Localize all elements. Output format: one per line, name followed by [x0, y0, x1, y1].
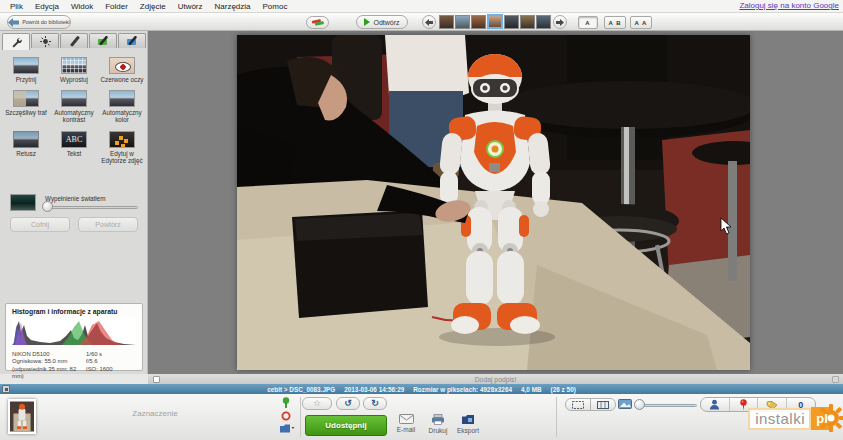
print-action[interactable]: Drukuj: [421, 414, 455, 434]
tab-effects-green[interactable]: [89, 33, 117, 48]
menu-narzedzia[interactable]: Narzędzia: [209, 2, 257, 11]
status-bar-icon[interactable]: [2, 385, 10, 393]
histogram-plot: [12, 318, 136, 345]
redo-button[interactable]: Powtórz: [78, 217, 138, 232]
export-action[interactable]: Eksport: [451, 414, 485, 434]
play-slideshow-button[interactable]: Odtwórz: [356, 15, 408, 29]
auto-contrast-tool-icon: [61, 90, 87, 107]
star-rating-button[interactable]: ☆: [302, 397, 332, 410]
menu-edycja[interactable]: Edycja: [29, 2, 65, 11]
fit-view-button[interactable]: [565, 398, 591, 411]
caption-icon: [153, 376, 160, 383]
menu-pomoc[interactable]: Pomoc: [257, 2, 294, 11]
caption-expand-icon[interactable]: [832, 376, 839, 383]
view-split-ab-button[interactable]: A B: [604, 16, 626, 29]
add-to-album-button[interactable]: [276, 422, 298, 435]
tool-straighten[interactable]: Wyprostuj: [50, 57, 98, 83]
filmstrip-thumb[interactable]: [455, 15, 470, 29]
email-icon: [399, 414, 414, 424]
green-pin-icon: [281, 397, 291, 408]
tool-auto-contrast[interactable]: Automatyczny kontrast: [50, 90, 98, 123]
photo-nao-robot[interactable]: [237, 35, 750, 370]
brush-icon: [69, 36, 80, 47]
tab-lighting[interactable]: [31, 33, 59, 48]
hold-selection-button[interactable]: [278, 396, 294, 409]
zoom-slider-track[interactable]: [640, 404, 697, 407]
image-viewer: [148, 31, 843, 374]
tool-edit-in-editor[interactable]: Edytuj w Edytorze zdjęć: [98, 131, 146, 164]
fill-light-slider-track[interactable]: [46, 206, 138, 209]
back-to-library-button[interactable]: Powrót do biblioteki: [7, 15, 71, 29]
tool-im-feeling-lucky[interactable]: Szczęśliwy traf: [2, 90, 50, 123]
tool-text[interactable]: ABCTekst: [50, 131, 98, 164]
watermark-tld: pl: [811, 407, 833, 430]
red-circle-icon: [281, 411, 291, 421]
next-photo-button[interactable]: [553, 15, 567, 29]
auto-color-tool-icon: [109, 90, 135, 107]
tool-retouch[interactable]: Retusz: [2, 131, 50, 164]
share-button[interactable]: Udostępnij: [305, 415, 387, 436]
person-icon: [709, 399, 720, 410]
view-single-button[interactable]: A: [578, 16, 598, 29]
menu-utworz[interactable]: Utwórz: [172, 2, 209, 11]
focal-length: Ogniskowa: 55.0 mm: [12, 358, 86, 365]
back-arrow-icon: [8, 18, 19, 27]
focal-equivalent-cont: mm): [12, 373, 86, 380]
undo-button[interactable]: Cofnij: [10, 217, 70, 232]
export-folder-icon: [461, 414, 475, 425]
photo-filmstrip: [439, 15, 551, 29]
caption-placeholder: Dodaj podpis!: [475, 376, 517, 383]
caption-bar[interactable]: Dodaj podpis!: [148, 374, 843, 384]
instalki-watermark: instalki pl: [748, 407, 833, 430]
green-brush-icon: [97, 36, 110, 47]
histogram-title: Histogram i informacje z aparatu: [12, 308, 136, 315]
menu-zdjecie[interactable]: Zdjęcie: [134, 2, 172, 11]
tool-auto-color[interactable]: Automatyczny kolor: [98, 90, 146, 123]
watermark-name: instalki: [748, 408, 811, 430]
selection-thumbnail[interactable]: [8, 399, 36, 434]
google-signin-link[interactable]: Zaloguj się na konto Google: [739, 1, 839, 10]
previous-photo-button[interactable]: [422, 15, 436, 29]
status-bar: cebit > DSC_0083.JPG 2013-03-06 14:56:29…: [0, 384, 843, 394]
focal-equivalent: (odpowiednik 35 mm: 82: [12, 366, 86, 373]
filmstrip-thumb[interactable]: [471, 15, 486, 29]
menu-plik[interactable]: Plik: [4, 2, 29, 11]
crayon-icon: [311, 18, 325, 27]
clear-selection-button[interactable]: [278, 409, 294, 422]
straighten-tool-icon: [61, 57, 87, 74]
menu-folder[interactable]: Folder: [99, 2, 134, 11]
edit-tabs: [2, 33, 146, 50]
crayon-edit-button[interactable]: [306, 16, 329, 29]
filmstrip-thumb-selected[interactable]: [487, 14, 503, 29]
rotate-cw-button[interactable]: ↻: [363, 397, 387, 410]
filmstrip-thumb[interactable]: [439, 15, 454, 29]
rotate-ccw-button[interactable]: ↺: [336, 397, 360, 410]
fit-view-icon: [572, 401, 584, 409]
tab-effects[interactable]: [60, 33, 88, 48]
status-position: (26 z 50): [551, 386, 576, 393]
sun-adjust-icon: [40, 36, 51, 47]
undo-redo-row: Cofnij Powtórz: [0, 217, 148, 232]
email-action[interactable]: E-mail: [389, 414, 423, 433]
actual-size-button[interactable]: [590, 398, 616, 411]
menu-widok[interactable]: Widok: [65, 2, 99, 11]
view-side-by-side-button[interactable]: A A: [630, 16, 652, 29]
left-arrow-icon: [425, 19, 433, 26]
tab-basic-fixes[interactable]: [2, 33, 30, 50]
bottom-action-bar: Zaznaczenie ☆ ↺ ↻ Udostępnij E-mail Druk…: [0, 394, 843, 440]
camera-model: NIKON D5100: [12, 351, 86, 358]
filmstrip-thumb[interactable]: [504, 15, 519, 29]
menu-bar: Plik Edycja Widok Folder Zdjęcie Utwórz …: [0, 0, 843, 13]
printer-icon: [431, 414, 445, 425]
fill-light-slider-handle[interactable]: [42, 201, 53, 212]
filmstrip-thumb[interactable]: [520, 15, 535, 29]
editor-tool-icon: [109, 131, 135, 148]
people-panel-button[interactable]: [701, 398, 730, 411]
tool-redeye[interactable]: Czerwone oczy: [98, 57, 146, 83]
filmstrip-thumb[interactable]: [536, 15, 551, 29]
tab-effects-blue[interactable]: [118, 33, 146, 48]
zoom-slider-handle[interactable]: [634, 399, 645, 410]
back-button-label: Powrót do biblioteki: [22, 19, 70, 25]
tool-crop[interactable]: Przytnij: [2, 57, 50, 83]
play-icon: [364, 18, 370, 26]
